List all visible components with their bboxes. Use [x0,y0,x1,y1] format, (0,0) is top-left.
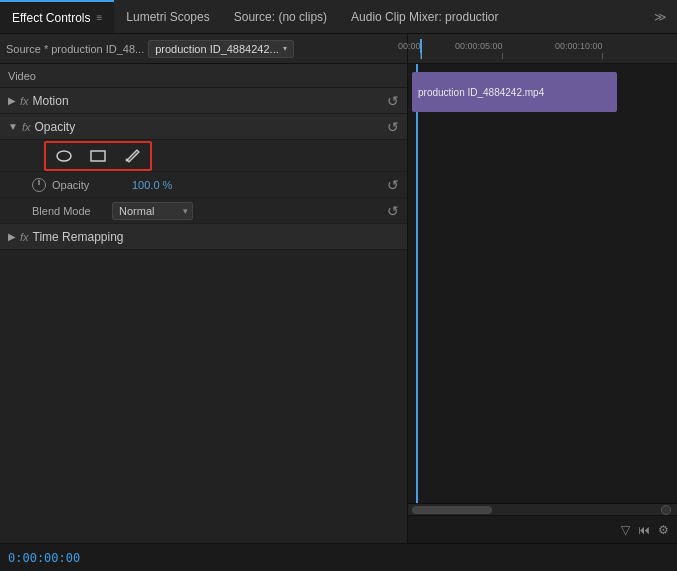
opacity-section[interactable]: ▼ fx Opacity ↺ [0,114,407,140]
opacity-property-row: Opacity 100.0 % ↺ [0,172,407,198]
opacity-prop-name: Opacity [52,179,132,191]
main-content: Source * production ID_48... production … [0,34,677,543]
opacity-reset-button[interactable]: ↺ [387,119,399,135]
opacity-chevron-icon: ▼ [8,121,18,132]
ellipse-tool-button[interactable] [50,145,78,167]
blend-mode-reset-button[interactable]: ↺ [387,203,399,219]
svg-point-0 [57,151,71,161]
ruler-tick-0-line [420,53,421,59]
source-dropdown-label: production ID_4884242... [155,43,279,55]
svg-rect-1 [91,151,105,161]
tab-overflow-button[interactable]: ≫ [644,10,677,24]
opacity-stopwatch-button[interactable] [32,178,46,192]
time-remapping-section[interactable]: ▶ fx Time Remapping [0,224,407,250]
timeline-bottom-bar: ▽ ⏮ ⚙ [408,515,677,543]
opacity-prop-value[interactable]: 100.0 % [132,179,172,191]
ruler-tick-0: 00:00 [420,53,421,59]
ruler-tick-1-label: 00:00:05:00 [455,41,503,51]
clip-block[interactable]: production ID_4884242.mp4 [412,72,617,112]
chevron-down-icon: ▾ [283,44,287,53]
tab-lumetri-scopes-label: Lumetri Scopes [126,10,209,24]
effects-area: Video ▶ fx Motion ↺ ▼ fx Opacity ↺ [0,64,407,543]
blend-mode-row: Blend Mode Normal Dissolve Darken Multip… [0,198,407,224]
right-panel: 00:00 00:00:05:00 00:00:10:00 production… [408,34,677,543]
tab-effect-controls-label: Effect Controls [12,11,90,25]
motion-section[interactable]: ▶ fx Motion ↺ [0,88,407,114]
source-label: Source * production ID_48... [6,43,144,55]
bottom-bar: 0:00:00:00 [0,543,677,571]
clip-label: production ID_4884242.mp4 [418,87,544,98]
current-time-display: 0:00:00:00 [8,551,80,565]
blend-mode-label: Blend Mode [32,205,112,217]
rectangle-tool-button[interactable] [84,145,112,167]
ruler-tick-1: 00:00:05:00 [502,53,503,59]
source-dropdown[interactable]: production ID_4884242... ▾ [148,40,294,58]
ruler-tick-2: 00:00:10:00 [602,53,603,59]
time-remapping-label: Time Remapping [33,230,124,244]
blend-mode-select[interactable]: Normal Dissolve Darken Multiply Color Bu… [112,202,193,220]
tab-effect-controls[interactable]: Effect Controls ≡ [0,0,114,33]
opacity-mask-tools-highlight [44,141,152,171]
time-remapping-fx-badge: fx [20,231,29,243]
ruler-ticks: 00:00 00:00:05:00 00:00:10:00 [412,39,673,59]
left-panel: Source * production ID_48... production … [0,34,408,543]
opacity-prop-reset-button[interactable]: ↺ [387,177,399,193]
blend-mode-select-wrapper: Normal Dissolve Darken Multiply Color Bu… [112,202,193,220]
motion-fx-badge: fx [20,95,29,107]
video-label-text: Video [8,70,36,82]
motion-reset-button[interactable]: ↺ [387,93,399,109]
ruler-tick-1-line [502,53,503,59]
settings-icon[interactable]: ⚙ [658,523,669,537]
timeline-scrollbar[interactable] [408,503,677,515]
timeline-content: production ID_4884242.mp4 [408,64,677,503]
tab-source-label: Source: (no clips) [234,10,327,24]
pen-tool-button[interactable] [118,145,146,167]
ruler-tick-2-label: 00:00:10:00 [555,41,603,51]
timeline-scroll-thumb[interactable] [412,506,492,514]
time-remapping-chevron-icon: ▶ [8,231,16,242]
tab-lumetri-scopes[interactable]: Lumetri Scopes [114,0,221,33]
source-bar: Source * production ID_48... production … [0,34,407,64]
tab-audio-clip-mixer[interactable]: Audio Clip Mixer: productior [339,0,510,33]
motion-label: Motion [33,94,69,108]
opacity-tools-row [0,140,407,172]
tab-menu-icon[interactable]: ≡ [96,12,102,23]
timeline-playhead-line [416,64,418,503]
svg-point-2 [126,158,129,161]
motion-chevron-icon: ▶ [8,95,16,106]
opacity-label: Opacity [34,120,75,134]
tab-audio-clip-mixer-label: Audio Clip Mixer: productior [351,10,498,24]
timeline-ruler: 00:00 00:00:05:00 00:00:10:00 [408,34,677,64]
ruler-tick-2-line [602,53,603,59]
filter-icon[interactable]: ▽ [621,523,630,537]
rewind-icon[interactable]: ⏮ [638,523,650,537]
tab-bar: Effect Controls ≡ Lumetri Scopes Source:… [0,0,677,34]
timeline-scroll-circle[interactable] [661,505,671,515]
ruler-tick-0-label: 00:00 [398,41,421,51]
tab-source[interactable]: Source: (no clips) [222,0,339,33]
video-section-header: Video [0,64,407,88]
opacity-fx-badge: fx [22,121,31,133]
